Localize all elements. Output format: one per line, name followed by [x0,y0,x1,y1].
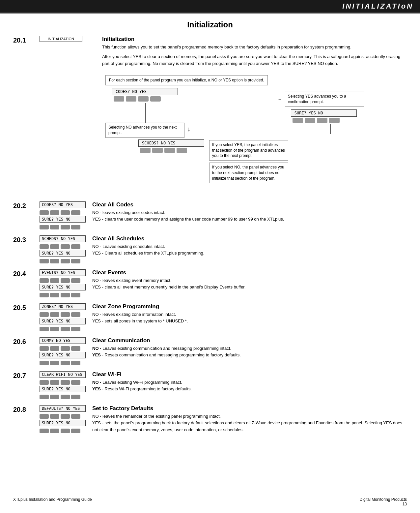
btn7[interactable] [61,259,70,263]
section-20-8-heading: Set to Factory Defaults [92,405,407,412]
sure-lcd6: SURE? YES NO [40,386,86,392]
btn4[interactable] [71,244,80,249]
btn2[interactable] [50,244,59,249]
btn8[interactable] [71,429,80,433]
section-20-8: 20.8 DEFAULTS? NO YES SURE? YES NO Set t… [13,405,407,434]
btn6[interactable] [50,225,59,229]
section-20-6-number: 20.6 [13,337,40,346]
btn7[interactable] [61,327,70,331]
diagram-top-note: For each section of the panel program yo… [105,75,268,85]
btn4[interactable] [71,312,80,317]
btn3[interactable] [61,346,70,351]
btn5[interactable] [40,429,49,433]
btn7[interactable] [61,225,70,229]
scheds-lcd: SCHEDS? NO YES [40,235,86,242]
btn2[interactable] [50,380,59,385]
section-20-1-number: 20.1 [13,36,40,44]
btn3[interactable] [61,278,70,283]
sure-btn-3[interactable] [317,118,327,123]
btn8[interactable] [71,327,80,331]
btn6[interactable] [50,429,59,433]
scheds-btn-3[interactable] [164,148,175,153]
btn3[interactable] [61,244,70,249]
btn2[interactable] [50,414,59,419]
section-20-5-number: 20.5 [13,303,40,312]
btn1[interactable] [40,210,49,215]
btn1[interactable] [40,380,49,385]
btn5[interactable] [40,225,49,229]
btn6[interactable] [50,395,59,399]
btn4[interactable] [71,380,80,385]
section-20-1-content: Initialization This function allows you … [102,36,407,192]
section-20-7-line1: NO - Leaves existing Wi-Fi programming i… [92,379,407,386]
section-20-3-heading: Clear All Schedules [92,235,407,242]
section-20-6-heading: Clear Communication [92,337,407,344]
section-20-7-number: 20.7 [13,371,40,379]
btn2[interactable] [50,346,59,351]
btn8[interactable] [71,259,80,263]
section-20-3-line1: NO - Leaves existing schedules intact. [92,243,407,250]
btn5[interactable] [40,395,49,399]
btn7[interactable] [61,361,70,365]
btn4[interactable] [71,278,80,283]
page-number: 13 [360,502,407,506]
btn3[interactable] [61,210,70,215]
sure-btn-2[interactable] [305,118,315,123]
scheds-display: SCHEDS? NO YES [138,139,204,147]
section-20-7: 20.7 CLEAR WIFI NO YES SURE? YES NO Clea… [13,371,407,399]
header-title: INITIALIZATIoN [342,2,413,10]
btn1[interactable] [40,414,49,419]
section-20-2-heading: Clear All Codes [92,201,407,208]
scheds-btn-2[interactable] [152,148,163,153]
btn5[interactable] [40,327,49,331]
sure-btn-4[interactable] [329,118,340,123]
btn1[interactable] [40,278,49,283]
btn3[interactable] [61,414,70,419]
section-20-8-content: Set to Factory Defaults NO - leaves the … [92,405,407,434]
btn3[interactable] [61,380,70,385]
btn1[interactable] [40,244,49,249]
btn4[interactable] [71,210,80,215]
section-20-8-line1: NO - leaves the remainder of the existin… [92,413,407,420]
btn5[interactable] [40,293,49,297]
scheds-btn-1[interactable] [140,148,151,153]
sure-lcd4: SURE? YES NO [40,318,86,324]
section-20-4-line1: NO - leaves existing event memory intact… [92,277,407,284]
btn2[interactable] [50,210,59,215]
section-20-4-number: 20.4 [13,269,40,278]
scheds-btn-4[interactable] [177,148,187,153]
btn5[interactable] [40,361,49,365]
section-20-7-displays: CLEAR WIFI NO YES SURE? YES NO [40,371,86,399]
btn1[interactable] [40,312,49,317]
btn4[interactable] [71,414,80,419]
btn8[interactable] [71,225,80,229]
codes-btn-3[interactable] [138,96,149,102]
comm-lcd: COMM? NO YES [40,337,86,344]
btn7[interactable] [61,395,70,399]
section-20-5-displays: ZONES? NO YES SURE? YES NO [40,303,86,331]
btn8[interactable] [71,293,80,297]
codes-btn-4[interactable] [150,96,161,102]
codes-lcd: CODES? NO YES [40,201,86,208]
btn8[interactable] [71,395,80,399]
btn6[interactable] [50,361,59,365]
btn3[interactable] [61,312,70,317]
btn7[interactable] [61,293,70,297]
btn1[interactable] [40,346,49,351]
section-20-7-line2: YES - Resets Wi-Fi programming to factor… [92,386,407,393]
btn7[interactable] [61,429,70,433]
codes-display: CODES? NO YES [112,88,178,95]
sure-btn-1[interactable] [293,118,303,123]
btn6[interactable] [50,259,59,263]
btn2[interactable] [50,312,59,317]
btn2[interactable] [50,278,59,283]
btn5[interactable] [40,259,49,263]
defaults-lcd: DEFAULTS? NO YES [40,405,86,412]
section-20-3-displays: SCHEDS? NO YES SURE? YES NO [40,235,86,263]
codes-btn-2[interactable] [126,96,136,102]
btn4[interactable] [71,346,80,351]
codes-btn-1[interactable] [114,96,124,102]
btn8[interactable] [71,361,80,365]
btn6[interactable] [50,327,59,331]
btn6[interactable] [50,293,59,297]
